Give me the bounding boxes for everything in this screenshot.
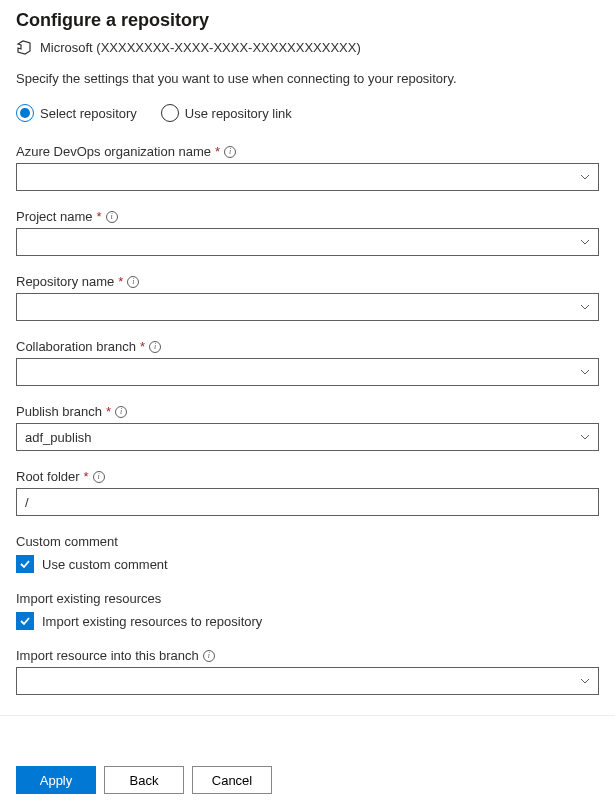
chevron-down-icon (580, 237, 590, 247)
radio-unselected-icon (161, 104, 179, 122)
required-asterisk: * (118, 274, 123, 289)
collab-branch-dropdown[interactable] (16, 358, 599, 386)
import-branch-label: Import resource into this branch (16, 648, 199, 663)
info-icon[interactable]: i (115, 406, 127, 418)
info-icon[interactable]: i (149, 341, 161, 353)
chevron-down-icon (580, 172, 590, 182)
back-button[interactable]: Back (104, 766, 184, 794)
required-asterisk: * (106, 404, 111, 419)
checkbox-checked-icon (16, 612, 34, 630)
description-text: Specify the settings that you want to us… (16, 71, 599, 86)
radio-selected-icon (16, 104, 34, 122)
import-branch-dropdown[interactable] (16, 667, 599, 695)
apply-button[interactable]: Apply (16, 766, 96, 794)
collab-branch-label: Collaboration branch (16, 339, 136, 354)
info-icon[interactable]: i (224, 146, 236, 158)
chevron-down-icon (580, 432, 590, 442)
use-custom-comment-label: Use custom comment (42, 557, 168, 572)
radio-select-repository[interactable]: Select repository (16, 104, 137, 122)
root-folder-value: / (25, 495, 29, 510)
import-existing-section-label: Import existing resources (16, 591, 599, 606)
repo-name-dropdown[interactable] (16, 293, 599, 321)
required-asterisk: * (140, 339, 145, 354)
info-icon[interactable]: i (203, 650, 215, 662)
import-existing-checkbox[interactable]: Import existing resources to repository (16, 612, 599, 630)
info-icon[interactable]: i (93, 471, 105, 483)
devops-icon (16, 39, 32, 55)
org-name-label: Azure DevOps organization name (16, 144, 211, 159)
required-asterisk: * (84, 469, 89, 484)
info-icon[interactable]: i (127, 276, 139, 288)
organization-row: Microsoft (XXXXXXXX-XXXX-XXXX-XXXXXXXXXX… (16, 39, 599, 55)
required-asterisk: * (215, 144, 220, 159)
chevron-down-icon (580, 302, 590, 312)
project-name-label: Project name (16, 209, 93, 224)
import-existing-label: Import existing resources to repository (42, 614, 262, 629)
chevron-down-icon (580, 367, 590, 377)
root-folder-label: Root folder (16, 469, 80, 484)
chevron-down-icon (580, 676, 590, 686)
info-icon[interactable]: i (106, 211, 118, 223)
publish-branch-value: adf_publish (25, 430, 92, 445)
publish-branch-label: Publish branch (16, 404, 102, 419)
page-title: Configure a repository (16, 10, 599, 31)
repo-mode-radio-group: Select repository Use repository link (16, 104, 599, 122)
footer-separator (0, 715, 615, 716)
radio-use-repository-link[interactable]: Use repository link (161, 104, 292, 122)
org-name-dropdown[interactable] (16, 163, 599, 191)
radio-select-repository-label: Select repository (40, 106, 137, 121)
footer-button-row: Apply Back Cancel (16, 766, 599, 794)
radio-use-repository-link-label: Use repository link (185, 106, 292, 121)
custom-comment-section-label: Custom comment (16, 534, 599, 549)
checkbox-checked-icon (16, 555, 34, 573)
cancel-button[interactable]: Cancel (192, 766, 272, 794)
organization-text: Microsoft (XXXXXXXX-XXXX-XXXX-XXXXXXXXXX… (40, 40, 361, 55)
project-name-dropdown[interactable] (16, 228, 599, 256)
publish-branch-dropdown[interactable]: adf_publish (16, 423, 599, 451)
repo-name-label: Repository name (16, 274, 114, 289)
root-folder-input[interactable]: / (16, 488, 599, 516)
required-asterisk: * (97, 209, 102, 224)
use-custom-comment-checkbox[interactable]: Use custom comment (16, 555, 599, 573)
